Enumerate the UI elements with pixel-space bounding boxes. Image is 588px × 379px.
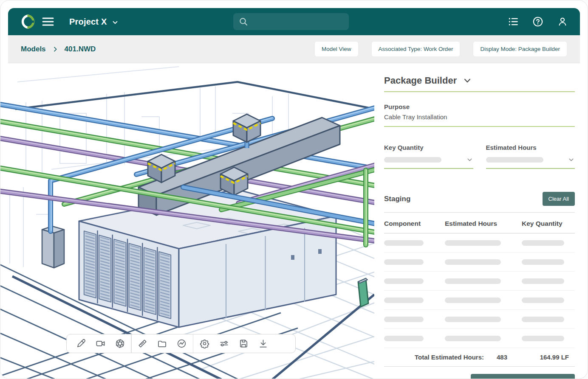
access-panel[interactable]	[358, 278, 368, 307]
selects-row: Key Quantity Estimated Hours	[384, 144, 575, 169]
search-icon	[238, 17, 249, 27]
purpose-label: Purpose	[384, 103, 575, 110]
purpose-value: Cable Tray Installation	[384, 113, 575, 121]
table-row[interactable]	[384, 310, 575, 329]
divider	[384, 212, 575, 213]
key-quantity-select[interactable]: Key Quantity	[384, 144, 473, 169]
breadcrumb-models[interactable]: Models	[21, 45, 46, 53]
chevron-down-icon	[111, 19, 119, 26]
panel-title: Package Builder	[384, 75, 457, 86]
total-label: Total Estimated Hours:	[384, 354, 484, 361]
table-row[interactable]	[384, 329, 575, 348]
model-viewport[interactable]	[0, 63, 374, 379]
associated-type-button[interactable]: Associated Type: Work Order	[371, 41, 461, 57]
table-row[interactable]	[384, 233, 575, 253]
placeholder-pill	[522, 317, 564, 322]
placeholder-pill	[445, 336, 501, 341]
topbar-actions	[508, 16, 568, 27]
staging-rows	[384, 233, 575, 348]
column-component: Component	[384, 220, 445, 227]
total-hours-value: 483	[484, 354, 520, 361]
folder-icon[interactable]	[153, 334, 172, 353]
column-estimated-hours: Estimated Hours	[445, 220, 522, 227]
save-icon[interactable]	[234, 334, 253, 353]
estimated-hours-select[interactable]: Estimated Hours	[486, 144, 575, 169]
table-row[interactable]	[384, 272, 575, 291]
chevron-right-icon	[52, 46, 59, 53]
breadcrumb: Models 401.NWD	[21, 45, 96, 53]
total-quantity-value: 164.99 LF	[520, 354, 569, 361]
placeholder-pill	[522, 240, 564, 246]
search-input[interactable]	[233, 13, 349, 30]
model-view-button[interactable]: Model View	[314, 41, 359, 57]
app-window: Project X	[0, 0, 588, 379]
project-selector[interactable]: Project X	[69, 17, 119, 27]
placeholder-pill	[384, 157, 441, 163]
menu-icon[interactable]	[42, 17, 54, 27]
table-row[interactable]	[384, 253, 575, 272]
placeholder-pill	[445, 240, 501, 246]
placeholder-pill	[384, 336, 424, 341]
pencil-icon[interactable]	[71, 334, 90, 353]
total-row: Total Estimated Hours: 483 164.99 LF	[384, 348, 575, 367]
model-scene	[0, 63, 374, 379]
gear-icon[interactable]	[195, 334, 214, 353]
junction-box	[220, 167, 248, 195]
aperture-icon[interactable]	[110, 334, 130, 353]
placeholder-pill	[384, 259, 424, 265]
placeholder-pill	[445, 259, 501, 265]
riser-pillar[interactable]	[42, 226, 64, 268]
divider-green	[384, 91, 575, 92]
placeholder-pill	[384, 298, 424, 303]
download-icon[interactable]	[253, 334, 273, 353]
junction-box	[233, 114, 260, 142]
breadcrumb-bar: Models 401.NWD Model View Associated Typ…	[8, 35, 580, 63]
toolbar-divider	[193, 334, 194, 353]
package-builder-panel: Package Builder Purpose Cable Tray Insta…	[384, 63, 575, 379]
chevron-down-icon	[466, 156, 473, 163]
app-logo-icon[interactable]	[19, 14, 35, 30]
placeholder-pill	[384, 278, 424, 284]
add-staged-components-button[interactable]: Add 6 Staged Components to Project	[471, 374, 575, 379]
purpose-field: Purpose Cable Tray Installation	[384, 103, 575, 127]
key-quantity-label: Key Quantity	[384, 144, 473, 151]
list-icon[interactable]	[508, 16, 519, 27]
placeholder-pill	[522, 278, 564, 284]
video-camera-icon[interactable]	[90, 334, 110, 353]
junction-box	[148, 154, 175, 182]
table-row[interactable]	[384, 291, 575, 310]
sliders-icon[interactable]	[214, 334, 234, 353]
placeholder-pill	[486, 157, 543, 163]
view-mode-buttons: Model View Associated Type: Work Order D…	[314, 41, 567, 57]
placeholder-pill	[445, 298, 501, 303]
breadcrumb-file[interactable]: 401.NWD	[65, 45, 96, 53]
staging-table-header: Component Estimated Hours Key Quantity	[384, 220, 575, 227]
display-mode-button[interactable]: Display Mode: Package Builder	[473, 41, 567, 57]
activity-icon[interactable]	[172, 334, 192, 353]
placeholder-pill	[384, 240, 424, 246]
help-icon[interactable]	[532, 16, 543, 27]
placeholder-pill	[384, 317, 424, 322]
panel-title-row[interactable]: Package Builder	[384, 75, 575, 86]
chevron-down-icon	[463, 76, 472, 85]
add-row: Add 6 Staged Components to Project	[384, 374, 575, 379]
viewer-toolbar	[66, 334, 296, 353]
placeholder-pill	[522, 336, 564, 341]
staging-heading: Staging	[384, 195, 410, 203]
column-key-quantity: Key Quantity	[522, 220, 575, 227]
ceiling-edge	[15, 82, 371, 109]
ruler-icon[interactable]	[133, 334, 153, 353]
placeholder-pill	[522, 259, 564, 265]
placeholder-pill	[445, 317, 501, 322]
staging-header: Staging Clear All	[384, 192, 575, 206]
toolbar-divider	[131, 334, 132, 353]
top-nav: Project X	[8, 8, 580, 35]
estimated-hours-label: Estimated Hours	[486, 144, 575, 151]
clear-all-button[interactable]: Clear All	[543, 192, 575, 206]
placeholder-pill	[522, 298, 564, 303]
placeholder-pill	[445, 278, 501, 284]
project-name: Project X	[69, 17, 107, 27]
cable-tray-green-drop	[366, 170, 367, 245]
divider-green	[384, 126, 575, 127]
profile-icon[interactable]	[557, 16, 568, 27]
